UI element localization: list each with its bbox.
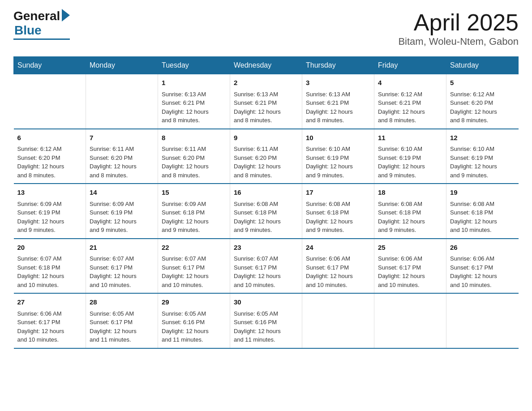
day-info-line: Daylight: 12 hours bbox=[306, 272, 370, 281]
calendar-cell: 18Sunrise: 6:08 AMSunset: 6:18 PMDayligh… bbox=[374, 184, 446, 239]
day-info-line: Sunset: 6:20 PM bbox=[162, 154, 226, 163]
calendar-cell: 17Sunrise: 6:08 AMSunset: 6:18 PMDayligh… bbox=[302, 184, 374, 239]
day-info-line: Daylight: 12 hours bbox=[234, 327, 298, 336]
header-row: SundayMondayTuesdayWednesdayThursdayFrid… bbox=[14, 57, 519, 74]
day-number: 8 bbox=[162, 133, 226, 143]
day-info-line: and 10 minutes. bbox=[234, 281, 298, 290]
calendar-cell: 12Sunrise: 6:10 AMSunset: 6:19 PMDayligh… bbox=[446, 129, 519, 184]
day-info-line: Sunrise: 6:07 AM bbox=[90, 254, 154, 263]
calendar-table: SundayMondayTuesdayWednesdayThursdayFrid… bbox=[13, 56, 519, 349]
day-info-line: and 10 minutes. bbox=[90, 281, 154, 290]
day-info-line: Sunrise: 6:08 AM bbox=[306, 200, 370, 209]
day-number: 9 bbox=[234, 133, 298, 143]
day-info-line: Daylight: 12 hours bbox=[234, 162, 298, 171]
day-info-line: Sunrise: 6:10 AM bbox=[378, 145, 442, 154]
week-row-1: 1Sunrise: 6:13 AMSunset: 6:21 PMDaylight… bbox=[14, 74, 519, 129]
day-number: 3 bbox=[306, 78, 370, 88]
day-info-line: Daylight: 12 hours bbox=[450, 107, 515, 116]
calendar-cell: 2Sunrise: 6:13 AMSunset: 6:21 PMDaylight… bbox=[230, 74, 302, 129]
calendar-cell: 26Sunrise: 6:06 AMSunset: 6:17 PMDayligh… bbox=[446, 239, 519, 294]
day-info-line: and 8 minutes. bbox=[162, 171, 226, 180]
day-info-line: Daylight: 12 hours bbox=[162, 272, 226, 281]
calendar-cell: 25Sunrise: 6:06 AMSunset: 6:17 PMDayligh… bbox=[374, 239, 446, 294]
week-row-3: 13Sunrise: 6:09 AMSunset: 6:19 PMDayligh… bbox=[14, 184, 519, 239]
day-info-line: Daylight: 12 hours bbox=[17, 217, 82, 226]
day-info-line: and 8 minutes. bbox=[234, 116, 298, 125]
calendar-cell: 21Sunrise: 6:07 AMSunset: 6:17 PMDayligh… bbox=[86, 239, 158, 294]
day-number: 23 bbox=[234, 243, 298, 253]
day-info-line: Sunrise: 6:07 AM bbox=[234, 254, 298, 263]
calendar-cell: 27Sunrise: 6:06 AMSunset: 6:17 PMDayligh… bbox=[14, 293, 86, 348]
header-day-monday: Monday bbox=[86, 57, 158, 74]
day-number: 7 bbox=[90, 133, 154, 143]
day-info-line: Sunset: 6:19 PM bbox=[306, 154, 370, 163]
day-info-line: Sunrise: 6:11 AM bbox=[234, 145, 298, 154]
day-number: 12 bbox=[450, 133, 515, 143]
day-info-line: Daylight: 12 hours bbox=[162, 162, 226, 171]
day-info-line: and 11 minutes. bbox=[162, 335, 226, 344]
day-info-line: Daylight: 12 hours bbox=[90, 162, 154, 171]
calendar-cell: 9Sunrise: 6:11 AMSunset: 6:20 PMDaylight… bbox=[230, 129, 302, 184]
day-info-line: Daylight: 12 hours bbox=[162, 217, 226, 226]
day-info-line: Sunset: 6:17 PM bbox=[17, 318, 82, 327]
day-info-line: Daylight: 12 hours bbox=[90, 272, 154, 281]
day-info-line: and 9 minutes. bbox=[234, 226, 298, 235]
calendar-cell: 20Sunrise: 6:07 AMSunset: 6:18 PMDayligh… bbox=[14, 239, 86, 294]
day-number: 10 bbox=[306, 133, 370, 143]
day-info-line: Sunset: 6:19 PM bbox=[17, 208, 82, 217]
calendar-cell: 24Sunrise: 6:06 AMSunset: 6:17 PMDayligh… bbox=[302, 239, 374, 294]
day-info-line: and 9 minutes. bbox=[378, 171, 442, 180]
day-number: 13 bbox=[17, 188, 82, 198]
day-info-line: Sunrise: 6:06 AM bbox=[378, 254, 442, 263]
day-info-line: Sunset: 6:19 PM bbox=[90, 208, 154, 217]
day-info-line: Sunset: 6:18 PM bbox=[378, 208, 442, 217]
day-number: 28 bbox=[90, 297, 154, 308]
day-info-line: and 9 minutes. bbox=[90, 226, 154, 235]
day-info-line: Sunrise: 6:06 AM bbox=[17, 309, 82, 318]
day-info-line: Sunset: 6:20 PM bbox=[450, 98, 515, 107]
day-info-line: and 9 minutes. bbox=[450, 171, 515, 180]
calendar-cell: 6Sunrise: 6:12 AMSunset: 6:20 PMDaylight… bbox=[14, 129, 86, 184]
calendar-cell bbox=[374, 293, 446, 348]
day-info-line: Sunrise: 6:11 AM bbox=[90, 145, 154, 154]
day-info-line: and 10 minutes. bbox=[17, 335, 82, 344]
day-info-line: Sunrise: 6:07 AM bbox=[17, 254, 82, 263]
header-day-friday: Friday bbox=[374, 57, 446, 74]
day-number: 11 bbox=[378, 133, 442, 143]
day-info-line: Daylight: 12 hours bbox=[234, 217, 298, 226]
day-info-line: Sunset: 6:17 PM bbox=[378, 263, 442, 272]
day-info-line: and 8 minutes. bbox=[17, 171, 82, 180]
day-number: 1 bbox=[162, 78, 226, 88]
day-info-line: Daylight: 12 hours bbox=[90, 327, 154, 336]
calendar-cell bbox=[14, 74, 86, 129]
week-row-2: 6Sunrise: 6:12 AMSunset: 6:20 PMDaylight… bbox=[14, 129, 519, 184]
calendar-cell bbox=[446, 293, 519, 348]
header-day-sunday: Sunday bbox=[14, 57, 86, 74]
day-info-line: Sunrise: 6:12 AM bbox=[17, 145, 82, 154]
day-info-line: Sunrise: 6:06 AM bbox=[306, 254, 370, 263]
page-header: General Blue April 2025 Bitam, Woleu-Nte… bbox=[13, 9, 519, 47]
day-info-line: Sunrise: 6:09 AM bbox=[162, 200, 226, 209]
day-info-line: Sunrise: 6:11 AM bbox=[162, 145, 226, 154]
day-info-line: Sunset: 6:21 PM bbox=[378, 98, 442, 107]
day-info-line: Sunset: 6:17 PM bbox=[162, 263, 226, 272]
day-number: 29 bbox=[162, 297, 226, 308]
day-info-line: Daylight: 12 hours bbox=[17, 162, 82, 171]
day-info-line: and 10 minutes. bbox=[378, 281, 442, 290]
day-info-line: Sunrise: 6:08 AM bbox=[378, 200, 442, 209]
calendar-cell bbox=[86, 74, 158, 129]
day-info-line: Sunrise: 6:05 AM bbox=[234, 309, 298, 318]
day-info-line: and 8 minutes. bbox=[234, 171, 298, 180]
day-info-line: Sunrise: 6:10 AM bbox=[306, 145, 370, 154]
day-info-line: Sunrise: 6:10 AM bbox=[450, 145, 515, 154]
day-info-line: Sunset: 6:16 PM bbox=[234, 318, 298, 327]
logo-general-text: General bbox=[13, 9, 60, 23]
day-info-line: Daylight: 12 hours bbox=[306, 217, 370, 226]
day-info-line: and 10 minutes. bbox=[17, 281, 82, 290]
day-number: 30 bbox=[234, 297, 298, 308]
day-info-line: Daylight: 12 hours bbox=[234, 107, 298, 116]
week-row-5: 27Sunrise: 6:06 AMSunset: 6:17 PMDayligh… bbox=[14, 293, 519, 348]
day-info-line: and 8 minutes. bbox=[306, 116, 370, 125]
day-info-line: Sunset: 6:19 PM bbox=[450, 154, 515, 163]
day-number: 22 bbox=[162, 243, 226, 253]
